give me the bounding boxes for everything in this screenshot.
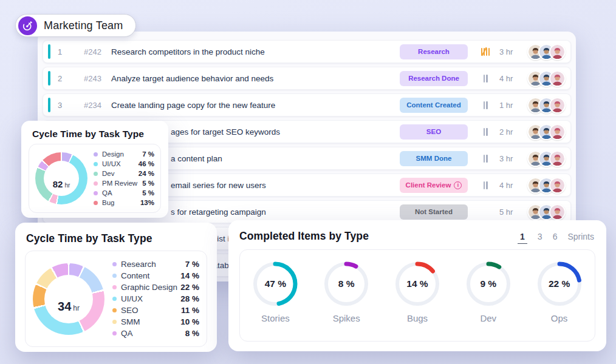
legend-item: QA 8 % [112, 328, 199, 339]
legend-label: Research [121, 260, 156, 269]
legend-value: 24 % [139, 170, 154, 177]
donut-chart: 82 hr [35, 152, 87, 204]
tally-two-icon [477, 75, 493, 83]
hours-label: 4 hr [499, 181, 522, 190]
legend-label: UI/UX [121, 294, 143, 303]
status-badge[interactable]: Research [400, 44, 468, 59]
legend-label: SMM [121, 317, 140, 326]
ring-value: 8 % [323, 261, 369, 307]
legend-dot [94, 172, 98, 176]
ring-value: 22 % [536, 261, 583, 307]
hours-label: 5 hr [499, 207, 522, 217]
sprint-option[interactable]: 3 [538, 232, 542, 243]
legend-item: Research 7 % [112, 258, 199, 270]
progress-ring: 47 % Stories [245, 261, 306, 323]
row-number: 2 [58, 74, 70, 83]
team-pill[interactable]: Marketing Team [15, 14, 136, 37]
legend-label: Content [121, 271, 149, 280]
tally-two-icon [477, 181, 493, 189]
ring-value: 47 % [252, 261, 298, 307]
status-badge[interactable]: Not Started [400, 204, 468, 220]
legend-item: Bug 13% [94, 198, 154, 207]
cycle-time-card-small: Cycle Time by Task Type 82 hr Design 7 %… [21, 121, 168, 218]
legend-dot [94, 162, 98, 166]
task-row[interactable]: 1 #242 Research competitors in the produ… [43, 40, 571, 63]
tally-five-icon [477, 48, 493, 56]
sprint-option[interactable]: 6 [553, 232, 558, 243]
tally-two-icon [477, 101, 493, 109]
cycle-time-card-large: Cycle Time by Task Type 34 hr Research 7… [15, 223, 217, 352]
hours-label: 1 hr [499, 101, 522, 110]
task-row[interactable]: 3 #234 Create landing page copy for the … [43, 93, 571, 116]
legend-label: Bug [102, 199, 114, 206]
donut-chart: 34 hr [33, 263, 104, 335]
legend-label: SEO [121, 306, 139, 315]
legend-item: PM Review 5 % [94, 178, 154, 188]
status-badge[interactable]: Client Reviewi [400, 178, 468, 193]
row-number: 1 [58, 47, 70, 56]
legend-label: Graphic Design [121, 283, 177, 292]
status-badge[interactable]: Content Created [400, 98, 468, 113]
legend-item: SEO 11 % [112, 305, 199, 316]
ring-label: Bugs [407, 313, 428, 323]
task-row[interactable]: 2 #243 Analyze target audience behavior … [43, 67, 571, 90]
row-accent [48, 44, 50, 59]
legend-dot [112, 262, 117, 266]
legend-value: 46 % [139, 160, 154, 167]
avatar [549, 177, 566, 194]
legend-label: UI/UX [102, 160, 121, 167]
ring-row: 47 % Stories 8 % Spikes 14 % [239, 249, 595, 342]
legend-value: 8 % [185, 329, 199, 338]
row-title-fragment: s for retargeting campaign [171, 207, 266, 217]
legend-dot [94, 191, 98, 195]
row-accent [48, 71, 50, 86]
completed-items-card: Completed Items by Type 1 3 6 Sprints 47… [228, 220, 606, 351]
avatar [549, 97, 566, 113]
legend-item: Dev 24 % [94, 169, 154, 178]
avatar-group[interactable] [527, 44, 566, 60]
donut-center-unit: hr [73, 304, 80, 312]
hours-label: 4 hr [499, 74, 522, 83]
avatar-group[interactable] [527, 204, 566, 220]
avatar-group[interactable] [527, 70, 566, 87]
avatar-group[interactable] [527, 124, 566, 140]
progress-ring: 22 % Ops [529, 261, 590, 323]
avatar [549, 204, 566, 220]
legend-item: SMM 10 % [112, 316, 199, 328]
ring-value: 9 % [465, 261, 512, 307]
card-title: Cycle Time by Task Type [32, 129, 168, 140]
legend-item: Design 7 % [94, 149, 154, 159]
avatar-group[interactable] [527, 150, 566, 167]
status-badge[interactable]: SMM Done [400, 151, 468, 166]
legend-dot [94, 181, 98, 186]
ring-label: Dev [480, 313, 496, 323]
avatar-group[interactable] [527, 177, 566, 194]
legend-dot [112, 297, 117, 301]
legend-value: 11 % [181, 306, 199, 315]
row-title: Analyze target audience behavior and nee… [111, 74, 273, 83]
legend-dot [94, 201, 98, 205]
status-badge[interactable]: SEO [400, 124, 468, 140]
row-title-fragment: ages for target SEO keywords [171, 127, 280, 136]
sprint-option[interactable]: 1 [518, 232, 527, 244]
legend-value: 7 % [142, 150, 154, 158]
legend-value: 22 % [180, 283, 199, 292]
legend-label: PM Review [102, 180, 137, 187]
progress-ring: 8 % Spikes [316, 261, 377, 323]
avatar [549, 70, 566, 87]
status-badge[interactable]: Research Done [400, 71, 468, 86]
legend-value: 5 % [142, 189, 154, 197]
row-id: #234 [76, 101, 101, 110]
ring-label: Stories [261, 313, 290, 323]
row-id: #242 [76, 47, 101, 56]
tally-two-icon [477, 128, 493, 136]
progress-ring: 14 % Bugs [387, 261, 448, 323]
legend-dot [112, 331, 117, 335]
legend-item: UI/UX 46 % [94, 159, 154, 169]
row-title: Research competitors in the product nich… [111, 47, 265, 56]
legend-dot [112, 308, 117, 312]
ring-label: Spikes [333, 313, 360, 323]
row-title-fragment: email series for new users [171, 181, 266, 190]
avatar-group[interactable] [527, 97, 566, 113]
hours-label: 2 hr [499, 127, 522, 136]
